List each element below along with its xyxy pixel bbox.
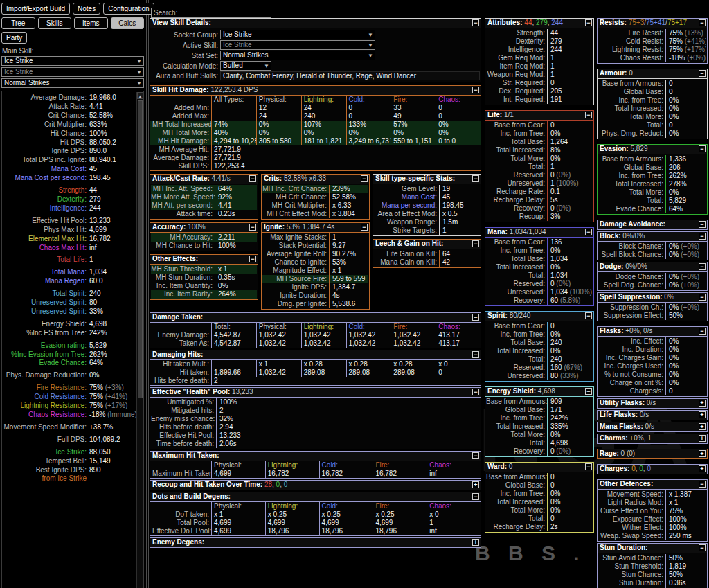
- stat-label: Int. Required:: [486, 96, 547, 104]
- panel-title: Spell Suppression:: [600, 293, 663, 301]
- scroll-up-icon[interactable]: ▲: [137, 92, 143, 99]
- collapse-button[interactable]: −: [699, 481, 706, 488]
- stat-row: Base from Gear:0: [486, 121, 593, 130]
- expand-button[interactable]: +: [699, 465, 706, 472]
- panel-title-value: 0: [507, 463, 512, 470]
- collapse-button[interactable]: −: [249, 175, 256, 182]
- collapse-button[interactable]: −: [249, 224, 256, 231]
- collapse-button[interactable]: −: [361, 224, 368, 231]
- collapse-button[interactable]: −: [585, 312, 592, 319]
- active-skill-select[interactable]: Ice Strike▼: [220, 40, 375, 50]
- expand-button[interactable]: +: [472, 539, 479, 546]
- active-skill-select[interactable]: Ice Strike▼: [1, 67, 144, 77]
- collapse-button[interactable]: −: [361, 175, 368, 182]
- stat-row: Total:1,034: [486, 271, 593, 280]
- panel-damage-avoidance: Damage Avoidance:−: [597, 220, 708, 230]
- socket-group-select[interactable]: Ice Strike▼: [220, 30, 375, 39]
- panel-evasion: Evasion: 5,829−Base from Armours:1,336Gl…: [597, 144, 708, 215]
- stat-label: Base from Armours:: [486, 473, 547, 481]
- collapse-button[interactable]: −: [472, 351, 479, 358]
- main-skill-select[interactable]: Ice Strike▼: [1, 56, 144, 66]
- collapse-button[interactable]: −: [699, 263, 706, 270]
- collapse-button[interactable]: −: [585, 19, 592, 26]
- expand-button[interactable]: +: [699, 450, 706, 457]
- stat-row: Unreserved:1 (100%): [486, 179, 593, 188]
- collapse-button[interactable]: −: [472, 314, 479, 321]
- collapse-button[interactable]: −: [699, 145, 706, 152]
- notes-button[interactable]: Notes: [73, 3, 100, 15]
- collapse-button[interactable]: −: [699, 70, 706, 77]
- collapse-button[interactable]: −: [472, 493, 479, 500]
- sidebar-stat-row: Effective Hit Pool:13,233: [3, 217, 135, 226]
- stat-row: MH Stun Duration:0.35s: [151, 274, 257, 282]
- panel-title: Block:: [600, 232, 621, 240]
- grid-cell: x 0: [436, 360, 481, 368]
- collapse-button[interactable]: −: [472, 87, 479, 93]
- stat-value: 0%: [665, 346, 706, 354]
- stat-set-select[interactable]: Normal Strikes▼: [1, 78, 144, 88]
- calculation-mode-select[interactable]: Buffed▼: [220, 61, 271, 71]
- panel-body: Base from Gear:136Inc. from Tree:0%Total…: [485, 238, 593, 305]
- collapse-button[interactable]: −: [472, 389, 479, 395]
- panel-title: Spirit:: [487, 312, 508, 319]
- grid-cell: 559 to 1,151: [391, 137, 436, 145]
- collapse-button[interactable]: −: [472, 452, 479, 459]
- tab-calcs[interactable]: Calcs: [111, 17, 145, 29]
- tab-skills[interactable]: Skills: [38, 17, 72, 29]
- stat-row: Strength:44: [486, 29, 593, 37]
- panel-body: Base from Armours:909Global Base:171Inc.…: [485, 397, 593, 456]
- collapse-button[interactable]: −: [585, 463, 592, 470]
- collapse-button[interactable]: −: [472, 175, 479, 182]
- collapse-button[interactable]: −: [585, 229, 592, 235]
- stat-label: Inc. from Tree:: [486, 130, 547, 138]
- expand-button[interactable]: +: [699, 435, 706, 442]
- scrollbar-thumb[interactable]: [138, 100, 143, 398]
- expand-button[interactable]: +: [472, 481, 479, 488]
- panel-header: Accuracy: 100%−: [150, 223, 258, 233]
- stat-label: Total Increased:: [598, 180, 665, 188]
- panel-header: Dodge: 0%/0%−: [598, 262, 707, 272]
- stat-label: Curse Effect on You:: [598, 507, 665, 515]
- configuration-button[interactable]: Configuration: [103, 3, 154, 15]
- tab-items[interactable]: Items: [74, 17, 108, 29]
- stat-label: Lightning Resist:: [598, 46, 665, 54]
- collapse-button[interactable]: −: [249, 256, 256, 262]
- stat-label: Charges/s:: [598, 387, 665, 395]
- expand-button[interactable]: +: [699, 411, 706, 418]
- stat-set-select[interactable]: Normal Strikes▼: [220, 51, 375, 60]
- stat-value: 3%: [547, 213, 593, 221]
- panel-title-value: 53% 1,384.7 4s: [285, 223, 334, 231]
- collapse-button[interactable]: −: [699, 233, 706, 240]
- stat-label: Inc. Item Rarity:: [151, 290, 215, 299]
- collapse-button[interactable]: −: [699, 328, 706, 335]
- collapse-button[interactable]: −: [472, 240, 479, 247]
- grid-cell: 27,721.9: [211, 145, 256, 154]
- collapse-button[interactable]: −: [472, 19, 479, 26]
- collapse-button[interactable]: −: [585, 388, 592, 395]
- stat-value: 0%: [665, 113, 706, 121]
- search-input[interactable]: [151, 8, 271, 18]
- collapse-button[interactable]: −: [699, 544, 706, 551]
- tab-party[interactable]: Party: [1, 32, 27, 44]
- tab-tree[interactable]: Tree: [1, 17, 35, 29]
- collapse-button[interactable]: −: [699, 221, 706, 228]
- expand-button[interactable]: +: [699, 400, 706, 407]
- aura-buff-skills-field[interactable]: Clarity, Combat Frenzy, Herald of Thunde…: [220, 71, 480, 80]
- sidebar-stat-row: Ice Strike:88,050: [3, 448, 135, 457]
- grid-cell: x 0: [427, 510, 481, 519]
- sidebar-scrollbar[interactable]: ▲: [136, 92, 143, 588]
- stat-label: Chaos Resist:: [598, 54, 665, 62]
- stat-value: 0%: [665, 354, 706, 362]
- panel-effective-health-pool: Effective "Health" Pool: 13,233−Unmitiga…: [150, 387, 481, 449]
- stat-label: Reserved:: [486, 280, 547, 288]
- collapse-button[interactable]: −: [699, 294, 706, 301]
- control-row: Aura and Buff Skills:Clarity, Combat Fre…: [151, 71, 480, 80]
- import-export-build-button[interactable]: Import/Export Build: [1, 3, 70, 15]
- expand-button[interactable]: +: [699, 423, 706, 430]
- stat-row: % to not Consume:0%: [598, 371, 706, 379]
- grid-cell: 74%: [211, 121, 256, 129]
- collapse-button[interactable]: −: [585, 112, 592, 118]
- grid-cell: 133%: [346, 121, 391, 129]
- stat-value: 0%: [665, 188, 706, 197]
- collapse-button[interactable]: −: [699, 19, 706, 26]
